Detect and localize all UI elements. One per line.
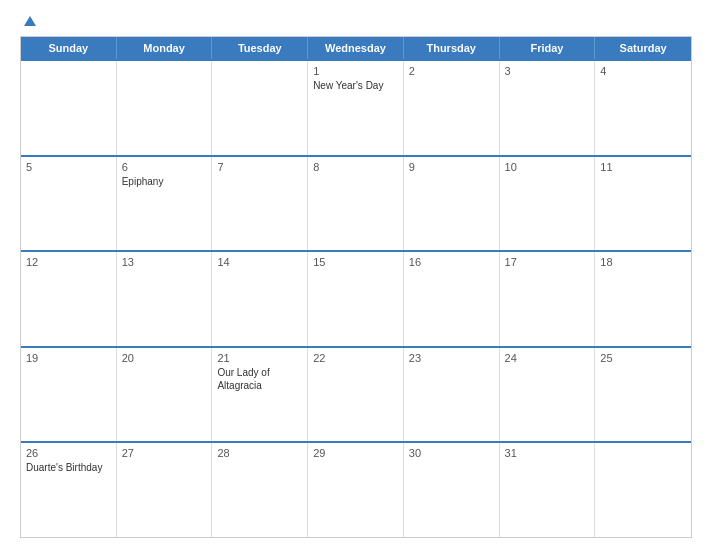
calendar-header: SundayMondayTuesdayWednesdayThursdayFrid… <box>21 37 691 59</box>
day-number: 3 <box>505 65 590 77</box>
calendar-cell: 8 <box>308 157 404 251</box>
day-number: 31 <box>505 447 590 459</box>
day-number: 15 <box>313 256 398 268</box>
calendar-week: 192021Our Lady of Altagracia22232425 <box>21 346 691 442</box>
day-number: 20 <box>122 352 207 364</box>
calendar-header-cell: Thursday <box>404 37 500 59</box>
day-number: 7 <box>217 161 302 173</box>
calendar-cell: 30 <box>404 443 500 537</box>
calendar-cell: 23 <box>404 348 500 442</box>
calendar-cell: 21Our Lady of Altagracia <box>212 348 308 442</box>
calendar-cell: 2 <box>404 61 500 155</box>
calendar-header-cell: Saturday <box>595 37 691 59</box>
calendar-cell <box>117 61 213 155</box>
calendar-page: SundayMondayTuesdayWednesdayThursdayFrid… <box>0 0 712 550</box>
calendar: SundayMondayTuesdayWednesdayThursdayFrid… <box>20 36 692 538</box>
calendar-cell: 11 <box>595 157 691 251</box>
day-number: 18 <box>600 256 686 268</box>
calendar-cell: 27 <box>117 443 213 537</box>
day-number: 25 <box>600 352 686 364</box>
calendar-week: 1New Year's Day234 <box>21 59 691 155</box>
day-number: 1 <box>313 65 398 77</box>
logo-triangle-icon <box>24 16 36 26</box>
calendar-header-cell: Tuesday <box>212 37 308 59</box>
calendar-week: 12131415161718 <box>21 250 691 346</box>
day-number: 2 <box>409 65 494 77</box>
calendar-cell: 22 <box>308 348 404 442</box>
calendar-header-cell: Wednesday <box>308 37 404 59</box>
holiday-label: New Year's Day <box>313 79 398 92</box>
day-number: 9 <box>409 161 494 173</box>
holiday-label: Our Lady of Altagracia <box>217 366 302 392</box>
calendar-cell <box>212 61 308 155</box>
day-number: 17 <box>505 256 590 268</box>
calendar-week: 26Duarte's Birthday2728293031 <box>21 441 691 537</box>
calendar-cell: 7 <box>212 157 308 251</box>
day-number: 30 <box>409 447 494 459</box>
calendar-cell: 24 <box>500 348 596 442</box>
calendar-cell: 31 <box>500 443 596 537</box>
day-number: 6 <box>122 161 207 173</box>
calendar-cell: 28 <box>212 443 308 537</box>
day-number: 28 <box>217 447 302 459</box>
calendar-cell <box>595 443 691 537</box>
calendar-header-cell: Monday <box>117 37 213 59</box>
day-number: 21 <box>217 352 302 364</box>
calendar-cell: 25 <box>595 348 691 442</box>
calendar-cell: 6Epiphany <box>117 157 213 251</box>
day-number: 8 <box>313 161 398 173</box>
day-number: 27 <box>122 447 207 459</box>
calendar-cell: 20 <box>117 348 213 442</box>
holiday-label: Duarte's Birthday <box>26 461 111 474</box>
calendar-cell: 1New Year's Day <box>308 61 404 155</box>
day-number: 13 <box>122 256 207 268</box>
day-number: 12 <box>26 256 111 268</box>
calendar-cell: 9 <box>404 157 500 251</box>
calendar-cell: 15 <box>308 252 404 346</box>
calendar-cell: 10 <box>500 157 596 251</box>
calendar-cell: 4 <box>595 61 691 155</box>
calendar-cell: 19 <box>21 348 117 442</box>
day-number: 16 <box>409 256 494 268</box>
calendar-cell: 18 <box>595 252 691 346</box>
calendar-week: 56Epiphany7891011 <box>21 155 691 251</box>
calendar-header-cell: Friday <box>500 37 596 59</box>
calendar-cell <box>21 61 117 155</box>
day-number: 5 <box>26 161 111 173</box>
calendar-cell: 29 <box>308 443 404 537</box>
page-header <box>20 16 692 26</box>
calendar-cell: 3 <box>500 61 596 155</box>
calendar-cell: 16 <box>404 252 500 346</box>
day-number: 10 <box>505 161 590 173</box>
logo <box>20 16 40 26</box>
calendar-cell: 26Duarte's Birthday <box>21 443 117 537</box>
holiday-label: Epiphany <box>122 175 207 188</box>
day-number: 23 <box>409 352 494 364</box>
calendar-cell: 13 <box>117 252 213 346</box>
day-number: 29 <box>313 447 398 459</box>
day-number: 24 <box>505 352 590 364</box>
day-number: 11 <box>600 161 686 173</box>
day-number: 4 <box>600 65 686 77</box>
day-number: 26 <box>26 447 111 459</box>
calendar-cell: 12 <box>21 252 117 346</box>
day-number: 19 <box>26 352 111 364</box>
calendar-cell: 14 <box>212 252 308 346</box>
day-number: 22 <box>313 352 398 364</box>
calendar-header-cell: Sunday <box>21 37 117 59</box>
calendar-cell: 5 <box>21 157 117 251</box>
calendar-cell: 17 <box>500 252 596 346</box>
day-number: 14 <box>217 256 302 268</box>
calendar-body: 1New Year's Day23456Epiphany789101112131… <box>21 59 691 537</box>
